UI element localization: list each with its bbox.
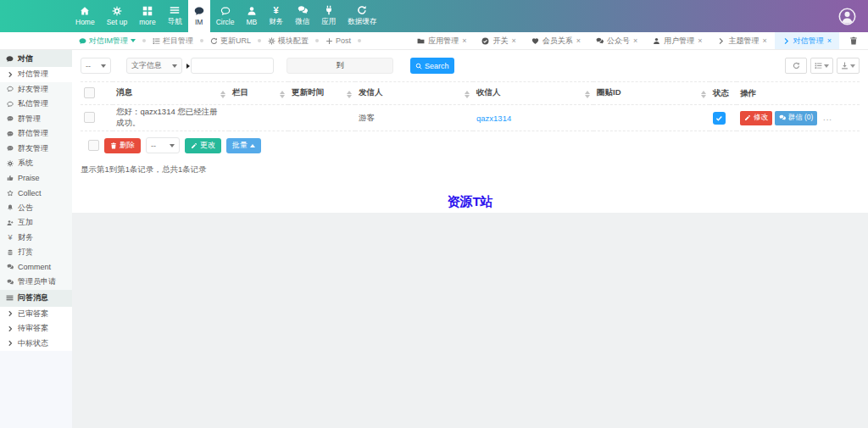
nav-item-navigation[interactable]: 导航 (162, 0, 188, 32)
cell-circle-id (593, 105, 709, 131)
delete-button[interactable]: 删除 (104, 138, 141, 153)
sort-icon[interactable] (220, 90, 225, 99)
more-actions-button[interactable]: ... (823, 113, 832, 122)
separator-dot (358, 39, 361, 42)
column-header-update-time[interactable]: 更新时间 (288, 82, 355, 105)
user-avatar-icon[interactable] (838, 8, 856, 25)
nav-item-setup[interactable]: Set up (101, 0, 134, 32)
caret-marker-icon (186, 64, 190, 69)
sidebar-item-message-manage[interactable]: 对信管理 (0, 67, 72, 82)
row-checkbox[interactable] (84, 112, 95, 123)
sidebar-item-pending-answers[interactable]: 待审答案 (0, 321, 72, 336)
tab-message-manage[interactable]: 对信管理 × (775, 32, 839, 49)
close-icon[interactable]: × (698, 36, 702, 45)
tab-switch[interactable]: 开关 × (474, 32, 523, 49)
comment-icon (194, 6, 204, 16)
chevron-right-icon (7, 325, 14, 332)
tab-theme-manage[interactable]: 主题管理 × (709, 32, 774, 49)
sidebar-item-winning-status[interactable]: 中标状态 (0, 336, 72, 352)
edit-button[interactable]: 修改 (740, 111, 772, 125)
close-icon[interactable]: × (576, 36, 581, 45)
status-toggle[interactable] (713, 112, 726, 125)
tab-official-account[interactable]: 公众号 × (588, 32, 645, 49)
comment-outline-icon (7, 86, 14, 92)
sidebar-item-system[interactable]: 系统 (0, 156, 72, 171)
receiver-link[interactable]: qazx1314 (476, 114, 511, 123)
tab-user-manage[interactable]: 用户管理 × (645, 32, 709, 49)
tab-label: 应用管理 (428, 36, 459, 47)
close-icon[interactable]: × (827, 36, 832, 45)
sidebar-item-group-manage[interactable]: 群管理 (0, 112, 72, 127)
sidebar-item-announcement[interactable]: 公告 (0, 201, 72, 216)
select-all-checkbox[interactable] (84, 87, 95, 98)
tab-member-relation[interactable]: 会员关系 × (524, 32, 588, 49)
filter-select-value: -- (86, 62, 91, 70)
breadcrumb-item-column-manage[interactable]: 栏目管理 (150, 36, 196, 47)
batch-button[interactable]: 批量 (226, 138, 261, 153)
bulk-select[interactable]: -- (146, 137, 180, 153)
bulk-select-checkbox[interactable] (88, 140, 99, 151)
sidebar-item-private-message[interactable]: 私信管理 (0, 97, 72, 112)
sidebar-item-mutual-add[interactable]: 互加 (0, 215, 72, 231)
nav-item-circle[interactable]: Circle (210, 0, 241, 32)
sort-icon[interactable] (585, 90, 590, 99)
bars-icon (170, 5, 180, 15)
nav-item-data-cache[interactable]: 数据缓存 (342, 0, 382, 32)
column-header-column[interactable]: 栏目 (229, 82, 288, 105)
breadcrumb-item-module-config[interactable]: 模块配置 (265, 36, 311, 47)
columns-button[interactable] (810, 58, 833, 74)
export-button[interactable] (837, 58, 860, 74)
close-icon[interactable]: × (762, 36, 766, 45)
column-header-circle-id[interactable]: 圈贴ID (593, 82, 709, 105)
close-all-tabs-button[interactable] (839, 32, 868, 49)
breadcrumb-label: 更新URL (220, 36, 251, 47)
nav-item-im[interactable]: IM (188, 0, 210, 32)
sidebar-item-admin-apply[interactable]: 管理员申请 (0, 275, 72, 290)
sidebar-item-reward[interactable]: 打赏 (0, 245, 72, 260)
nav-item-wechat[interactable]: 微信 (289, 0, 315, 32)
sidebar-item-group-message-manage[interactable]: 群信管理 (0, 126, 72, 142)
sidebar-item-group-member-manage[interactable]: 群友管理 (0, 142, 72, 157)
sidebar-item-friend-manage[interactable]: 好友管理 (0, 82, 72, 97)
check-circle-icon (481, 37, 489, 45)
sidebar-item-praise[interactable]: Praise (0, 171, 72, 186)
refresh-button[interactable] (785, 58, 807, 74)
sidebar-item-approved-answers[interactable]: 已审答案 (0, 307, 72, 322)
nav-item-more[interactable]: more (133, 0, 161, 32)
sidebar-item-label: Comment (18, 263, 51, 271)
sort-icon[interactable] (280, 90, 285, 99)
search-button[interactable]: Search (410, 58, 454, 74)
change-button[interactable]: 更改 (185, 138, 221, 153)
breadcrumb: 对信IM管理 栏目管理 更新URL 模块配置 Post (0, 32, 365, 49)
nav-item-home[interactable]: Home (70, 0, 101, 32)
close-icon[interactable]: × (462, 36, 466, 45)
sidebar-item-collect[interactable]: Collect (0, 186, 72, 201)
separator-dot (200, 39, 203, 42)
comments-icon (298, 5, 308, 15)
nav-item-mb[interactable]: MB (240, 0, 263, 32)
sidebar-item-finance[interactable]: ¥ 财务 (0, 231, 72, 246)
column-header-message[interactable]: 消息 (113, 82, 229, 105)
coins-icon (7, 249, 14, 256)
sort-icon[interactable] (347, 90, 352, 99)
column-header-sender[interactable]: 发信人 (355, 82, 473, 105)
group-message-button[interactable]: 群信 (0) (775, 111, 818, 125)
close-icon[interactable]: × (633, 36, 637, 45)
sidebar-header-label: 对信 (18, 53, 33, 64)
column-header-receiver[interactable]: 收信人 (473, 82, 593, 105)
nav-item-finance[interactable]: ¥ 财务 (263, 0, 289, 32)
close-icon[interactable]: × (511, 36, 515, 45)
range-to-field[interactable]: 到 (287, 58, 393, 74)
sort-icon[interactable] (701, 90, 706, 99)
search-type-select[interactable]: 文字信息 (126, 58, 182, 74)
sort-icon[interactable] (465, 90, 470, 99)
breadcrumb-item-im-manage[interactable]: 对信IM管理 (76, 36, 138, 47)
tab-app-manage[interactable]: 应用管理 × (409, 32, 474, 49)
tab-label: 会员关系 (542, 36, 573, 47)
filter-select[interactable]: -- (81, 58, 111, 74)
breadcrumb-item-post[interactable]: Post (323, 36, 353, 45)
sidebar-item-comment[interactable]: Comment (0, 260, 72, 275)
breadcrumb-item-update-url[interactable]: 更新URL (208, 36, 253, 47)
keyword-input[interactable] (191, 58, 274, 74)
nav-item-apps[interactable]: 应用 (315, 0, 342, 32)
